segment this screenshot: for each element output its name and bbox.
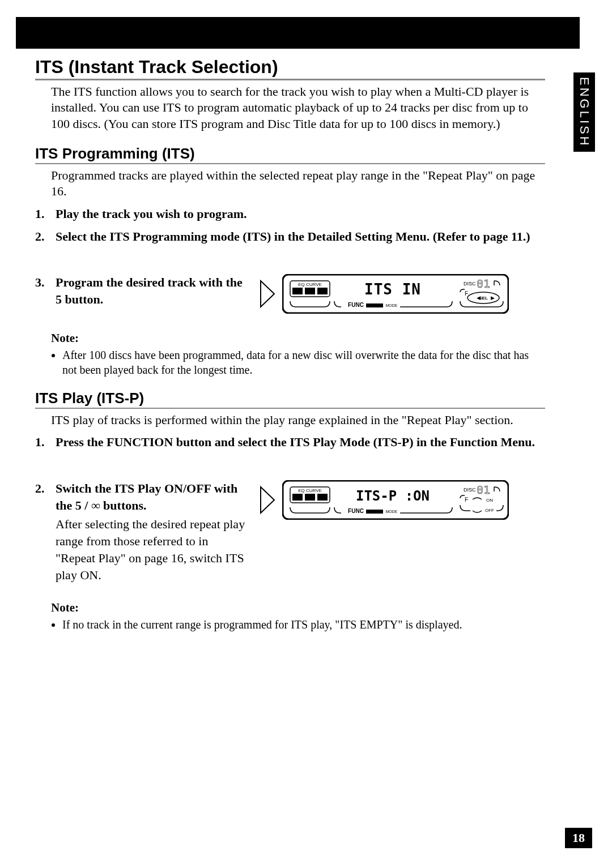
svg-text:01: 01: [477, 483, 490, 497]
svg-text:MODE: MODE: [386, 510, 398, 514]
step-text: Switch the ITS Play ON/OFF with the 5 / …: [56, 480, 248, 514]
svg-text:EQ CURVE: EQ CURVE: [298, 488, 322, 493]
svg-text:01: 01: [477, 277, 490, 290]
svg-text:F: F: [465, 497, 468, 503]
svg-text:▶: ▶: [491, 295, 495, 301]
page-number: 18: [565, 828, 592, 848]
svg-rect-20: [292, 494, 303, 501]
header-bar: [16, 17, 580, 49]
note-block: Note: If no track in the current range i…: [51, 600, 545, 631]
page-content: ITS (Instant Track Selection) The ITS fu…: [35, 57, 545, 634]
svg-text:FUNC: FUNC: [348, 302, 364, 308]
svg-rect-4: [305, 288, 315, 294]
svg-text:SEL: SEL: [479, 296, 488, 301]
note-label: Note:: [51, 331, 545, 346]
step-subtext: After selecting the desired repeat play …: [56, 516, 248, 583]
its-play-intro: ITS play of tracks is performed within t…: [51, 412, 545, 429]
pointer-icon: [260, 486, 277, 514]
note-item: After 100 discs have been programmed, da…: [62, 348, 545, 377]
step-1: Press the FUNCTION button and select the…: [35, 434, 545, 451]
svg-text:DISC: DISC: [464, 281, 476, 287]
note-block: Note: After 100 discs have been programm…: [51, 331, 545, 377]
lcd-display-its-in: EQ CURVE FUNC MODE ITS IN: [260, 274, 509, 314]
svg-rect-3: [292, 288, 303, 294]
its-programming-intro: Programmed tracks are played within the …: [51, 168, 545, 200]
its-play-steps: Press the FUNCTION button and select the…: [35, 434, 545, 583]
svg-text:DISC: DISC: [464, 487, 476, 493]
step-text: Press the FUNCTION button and select the…: [56, 435, 535, 449]
step-2: Select the ITS Programming mode (ITS) in…: [35, 228, 545, 245]
svg-text:F: F: [465, 290, 468, 297]
step-3: Program the desired track with the 5 but…: [35, 274, 545, 314]
step-text: Program the desired track with the 5 but…: [56, 274, 248, 307]
section-title: ITS (Instant Track Selection): [35, 57, 545, 80]
svg-text:FUNC: FUNC: [348, 508, 364, 514]
svg-rect-21: [305, 494, 315, 501]
lcd-panel: EQ CURVE FUNC MODE ITS-P :ON DISC: [282, 480, 509, 520]
lcd-display-its-p: EQ CURVE FUNC MODE ITS-P :ON DISC: [260, 480, 509, 520]
language-tab: ENGLISH: [573, 72, 595, 152]
svg-rect-22: [317, 494, 328, 501]
lcd-panel: EQ CURVE FUNC MODE ITS IN: [282, 274, 509, 314]
svg-text:OFF: OFF: [485, 508, 494, 513]
its-programming-steps: Play the track you wish to program. Sele…: [35, 206, 545, 314]
svg-text:ITS IN: ITS IN: [364, 281, 421, 298]
subsection-its-programming: ITS Programming (ITS): [35, 145, 545, 164]
svg-text:ITS-P :ON: ITS-P :ON: [356, 488, 430, 504]
svg-text:EQ CURVE: EQ CURVE: [298, 282, 322, 287]
section-intro: The ITS function allows you to search fo…: [51, 84, 545, 132]
pointer-icon: [260, 280, 277, 308]
svg-text:MODE: MODE: [386, 303, 398, 307]
step-text: Play the track you wish to program.: [56, 207, 247, 221]
svg-text:ON: ON: [486, 498, 493, 503]
step-1: Play the track you wish to program.: [35, 206, 545, 223]
note-label: Note:: [51, 600, 545, 615]
svg-rect-24: [366, 510, 383, 514]
subsection-its-play: ITS Play (ITS-P): [35, 390, 545, 409]
manual-page: ENGLISH ITS (Instant Track Selection) Th…: [0, 0, 612, 868]
step-2: Switch the ITS Play ON/OFF with the 5 / …: [35, 480, 545, 583]
svg-rect-7: [366, 303, 383, 307]
step-text: Select the ITS Programming mode (ITS) in…: [56, 229, 530, 243]
note-item: If no track in the current range is prog…: [62, 617, 545, 632]
svg-rect-5: [317, 288, 328, 294]
